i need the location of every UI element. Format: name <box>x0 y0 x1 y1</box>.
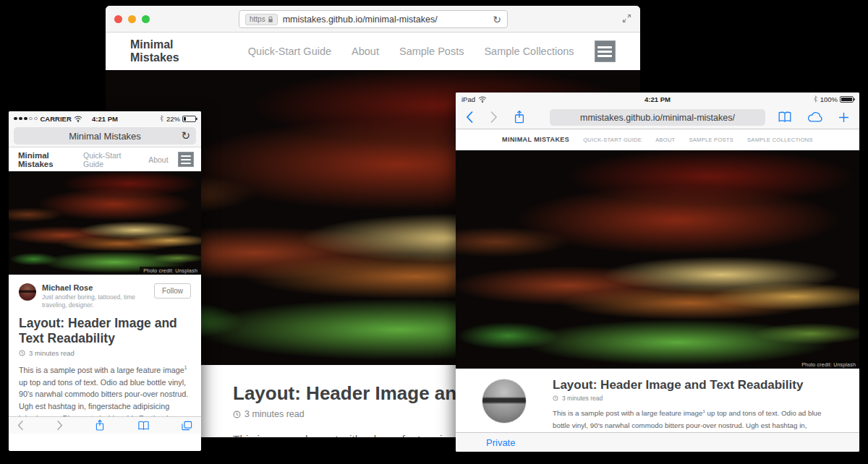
author-row: Michael Rose Just another boring, tattoo… <box>19 283 191 309</box>
safari-toolbar: mmistakes.github.io/minimal-mistakes/ <box>456 106 859 129</box>
back-icon[interactable] <box>466 111 474 124</box>
avatar <box>19 283 36 301</box>
nav-link-about[interactable]: About <box>655 137 675 143</box>
nav-link-quick-start[interactable]: Quick-Start Guide <box>248 46 331 57</box>
iphone-status-bar: CARRIER 4:21 PM 22% <box>9 111 201 126</box>
close-window-button[interactable] <box>114 15 122 23</box>
nav-link-about[interactable]: About <box>352 46 379 57</box>
reload-icon[interactable]: ↻ <box>493 14 501 25</box>
window-controls <box>114 15 150 23</box>
battery-icon <box>182 116 196 122</box>
tabs-icon[interactable] <box>182 421 192 431</box>
author-name: Michael Rose <box>42 283 148 293</box>
icloud-tabs-icon[interactable] <box>807 111 824 123</box>
browser-title-bar: https mmistakes.github.io/minimal-mistak… <box>106 6 640 33</box>
read-time-label: 3 minutes read <box>562 395 603 402</box>
read-time-label: 3 minutes read <box>29 349 75 357</box>
ipad-clock: 4:21 PM <box>456 95 859 103</box>
article-paragraph: This is a sample post with a large featu… <box>553 408 832 432</box>
minimize-window-button[interactable] <box>128 15 136 23</box>
photo-credit: Photo credit: Unsplash <box>798 361 859 369</box>
bookmarks-icon[interactable] <box>137 421 150 431</box>
forward-icon[interactable] <box>490 111 498 124</box>
fullscreen-icon[interactable] <box>622 14 631 23</box>
site-masthead-desktop: Minimal Mistakes Quick-Start Guide About… <box>106 33 640 70</box>
safari-bottom-toolbar <box>9 416 201 434</box>
iphone-safari-window: CARRIER 4:21 PM 22% Minimal Mistakes ↻ <box>9 111 201 451</box>
author-bio: Just another boring, tattooed, time trav… <box>42 293 148 309</box>
nav-link-sample-collections[interactable]: Sample Collections <box>484 46 574 57</box>
composite-stage: https mmistakes.github.io/minimal-mistak… <box>0 0 868 464</box>
iphone-address-row: Minimal Mistakes ↻ <box>9 126 201 147</box>
iphone-battery-percent: 22% <box>166 115 180 123</box>
article-title: Layout: Header Image and Text Readabilit… <box>553 378 832 392</box>
ipad-url-text: mmistakes.github.io/minimal-mistakes/ <box>580 113 735 123</box>
https-label: https <box>250 15 265 23</box>
read-time: 3 minutes read <box>553 395 832 402</box>
private-button[interactable]: Private <box>486 437 515 448</box>
avatar <box>482 379 527 424</box>
share-icon[interactable] <box>514 110 525 124</box>
private-browsing-bar: Private <box>456 432 859 452</box>
battery-icon <box>840 96 854 103</box>
feature-image: Photo credit: Unsplash <box>456 150 859 369</box>
clock-icon <box>233 411 241 418</box>
nav-link-sample-posts[interactable]: Sample Posts <box>399 46 464 57</box>
page-title: Minimal Mistakes <box>69 131 141 142</box>
back-icon[interactable] <box>17 420 24 431</box>
site-title-link[interactable]: Minimal Mistakes <box>130 38 212 64</box>
menu-toggle-button[interactable] <box>595 40 616 62</box>
site-masthead-iphone: Minimal Mistakes Quick-Start Guide About <box>9 147 201 171</box>
ipad-battery-percent: 100% <box>820 95 838 103</box>
https-badge: https <box>245 14 278 25</box>
bluetooth-icon <box>813 95 818 103</box>
nav-link-quick-start[interactable]: Quick-Start Guide <box>83 151 139 168</box>
photo-credit: Photo credit: Unsplash <box>140 267 201 275</box>
forward-icon[interactable] <box>56 420 63 431</box>
feature-image: Photo credit: Unsplash <box>9 171 201 275</box>
url-text: mmistakes.github.io/minimal-mistakes/ <box>283 14 488 25</box>
clock-icon <box>19 350 25 356</box>
new-tab-icon[interactable] <box>838 112 849 123</box>
article-ipad: Michael Rose Just another boring, tattoo… <box>456 369 859 432</box>
read-time-label: 3 minutes read <box>244 409 305 419</box>
site-title-link[interactable]: Minimal Mistakes <box>18 151 83 168</box>
site-title-link[interactable]: Minimal Mistakes <box>502 136 569 143</box>
article-title: Layout: Header Image and Text Readabilit… <box>19 316 191 346</box>
author-sidebar: Michael Rose Just another boring, tattoo… <box>456 369 553 432</box>
nav-link-quick-start[interactable]: Quick-Start Guide <box>583 137 642 143</box>
zoom-window-button[interactable] <box>142 15 150 23</box>
ipad-safari-window: iPad 4:21 PM 100% <box>456 93 859 452</box>
reload-icon[interactable]: ↻ <box>181 131 190 142</box>
bluetooth-icon <box>159 115 164 122</box>
address-bar[interactable]: https mmistakes.github.io/minimal-mistak… <box>239 10 508 28</box>
ipad-address-bar[interactable]: mmistakes.github.io/minimal-mistakes/ <box>550 109 765 126</box>
reading-list-icon[interactable] <box>778 111 792 123</box>
follow-button[interactable]: Follow <box>154 283 191 298</box>
ipad-status-bar: iPad 4:21 PM 100% <box>456 93 859 106</box>
article-iphone: Michael Rose Just another boring, tattoo… <box>9 275 201 434</box>
share-icon[interactable] <box>95 419 105 431</box>
iphone-address-bar[interactable]: Minimal Mistakes ↻ <box>14 127 196 145</box>
clock-icon <box>553 395 558 401</box>
menu-toggle-button[interactable] <box>178 152 194 167</box>
read-time: 3 minutes read <box>19 349 191 357</box>
nav-link-sample-posts[interactable]: Sample Posts <box>689 137 733 143</box>
nav-link-about[interactable]: About <box>148 155 168 164</box>
nav-link-sample-collections[interactable]: Sample Collections <box>747 137 813 143</box>
site-masthead-ipad: Minimal Mistakes Quick-Start Guide About… <box>456 129 859 150</box>
lock-icon <box>268 16 273 23</box>
